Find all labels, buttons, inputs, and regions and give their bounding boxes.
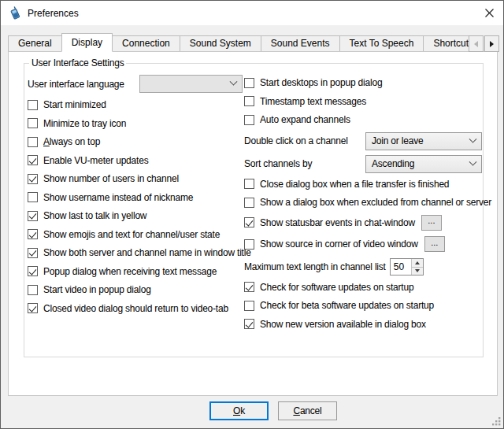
- checkbox-box[interactable]: [244, 217, 254, 227]
- double-click-label: Double click on a channel: [244, 135, 348, 146]
- checkbox-row-start-desktops-in-popup-dialog[interactable]: Start desktops in popup dialog: [244, 76, 482, 89]
- checkbox-label: Show new version available in dialog box: [260, 319, 426, 330]
- checkbox-label: Show a dialog box when excluded from cha…: [260, 197, 491, 208]
- checkbox-row-show-source-in-corner-of-video-window[interactable]: Show source in corner of video window ..…: [244, 236, 482, 252]
- window-title: Preferences: [28, 8, 79, 19]
- checkbox-row-show-a-dialog-box-when-excluded-from-channel-or-server[interactable]: Show a dialog box when excluded from cha…: [244, 196, 482, 209]
- tab-scroll-left-button[interactable]: [469, 35, 484, 52]
- checkbox-row-check-for-beta-software-updates-on-startup[interactable]: Check for beta software updates on start…: [244, 299, 482, 312]
- checkbox-row-close-dialog-box-when-a-file-transfer-is-finished[interactable]: Close dialog box when a file transfer is…: [244, 178, 482, 190]
- checkbox-row-show-both-server-and-channel-name-in-window-title[interactable]: Show both server and channel name in win…: [28, 246, 246, 259]
- checkbox-label: Always on top: [43, 136, 100, 147]
- chevron-right-icon: [490, 41, 494, 47]
- spinner-buttons: [411, 259, 423, 275]
- checkbox-row-popup-dialog-when-receiving-text-message[interactable]: Popup dialog when receiving text message: [28, 265, 246, 278]
- checkbox-box[interactable]: [244, 319, 254, 329]
- checkbox-label: Show both server and channel name in win…: [43, 247, 251, 258]
- tab-sound-events[interactable]: Sound Events: [261, 35, 340, 52]
- checkbox-row-check-for-software-updates-on-startup[interactable]: Check for software updates on startup: [244, 281, 482, 294]
- checkbox-row-timestamp-text-messages[interactable]: Timestamp text messages: [244, 95, 482, 108]
- checkbox-box[interactable]: [244, 282, 254, 292]
- sort-channels-row: Sort channels by Ascending: [244, 155, 482, 173]
- checkbox-label: Check for beta software updates on start…: [260, 300, 434, 311]
- checkbox-row-closed-video-dialog-should-return-to-video-tab[interactable]: Closed video dialog should return to vid…: [28, 302, 246, 315]
- double-click-combobox[interactable]: Join or leave: [365, 132, 482, 150]
- checkbox-row-start-video-in-popup-dialog[interactable]: Start video in popup dialog: [28, 283, 246, 296]
- checkbox-label: Show username instead of nickname: [43, 192, 193, 203]
- ok-button[interactable]: Ok: [209, 401, 269, 420]
- checkbox-row-minimize-to-tray-icon[interactable]: Minimize to tray icon: [28, 117, 246, 130]
- checkbox-label: Start desktops in popup dialog: [260, 77, 382, 88]
- checkbox-row-always-on-top[interactable]: Always on top: [28, 135, 246, 148]
- checkbox-box[interactable]: [244, 78, 254, 88]
- checkbox-box[interactable]: [244, 96, 254, 106]
- tab-general[interactable]: General: [8, 35, 62, 52]
- checkbox-row-show-new-version-available-in-dialog-box[interactable]: Show new version available in dialog box: [244, 318, 482, 331]
- arrow-up-icon: [415, 261, 420, 264]
- checkbox-box[interactable]: [28, 137, 38, 147]
- sort-channels-combobox[interactable]: Ascending: [365, 155, 482, 173]
- checkbox-box[interactable]: [244, 301, 254, 311]
- checkbox-box[interactable]: [28, 192, 38, 202]
- right-column: Start desktops in popup dialog Timestamp…: [244, 76, 482, 336]
- sort-channels-label: Sort channels by: [244, 158, 312, 169]
- checkbox-row-auto-expand-channels[interactable]: Auto expand channels: [244, 113, 482, 126]
- tab-scroll-right-button[interactable]: [484, 35, 499, 52]
- checkbox-label: Popup dialog when receiving text message: [43, 266, 217, 277]
- tab-text-to-speech[interactable]: Text To Speech: [339, 35, 424, 52]
- group-user-interface-settings: User Interface Settings User interface l…: [24, 63, 484, 357]
- tab-bar: General Display Connection Sound System …: [8, 33, 499, 52]
- checkbox-box[interactable]: [28, 100, 38, 110]
- cancel-button[interactable]: Cancel: [278, 401, 337, 420]
- close-button[interactable]: [475, 1, 503, 25]
- checkbox-box[interactable]: [244, 179, 254, 189]
- checkbox-label: Auto expand channels: [260, 114, 350, 125]
- checkbox-box[interactable]: [28, 266, 38, 276]
- checkbox-label: Show emojis and text for channel/user st…: [43, 229, 220, 240]
- checkbox-box[interactable]: [244, 115, 254, 125]
- checkbox-box[interactable]: [28, 174, 38, 184]
- titlebar: Preferences: [1, 1, 503, 25]
- checkbox-label: Enable VU-meter updates: [43, 155, 148, 166]
- user-interface-language-combobox[interactable]: [139, 75, 243, 93]
- checkbox-row-enable-vu-meter-updates[interactable]: Enable VU-meter updates: [28, 154, 246, 167]
- checkbox-box[interactable]: [28, 248, 38, 258]
- checkbox-label: Start video in popup dialog: [43, 284, 151, 295]
- checkbox-row-show-username-instead-of-nickname[interactable]: Show username instead of nickname: [28, 191, 246, 204]
- checkbox-label: Start minimized: [43, 99, 106, 110]
- checkbox-box[interactable]: [28, 229, 38, 239]
- checkbox-box[interactable]: [244, 239, 254, 250]
- checkbox-row-start-minimized[interactable]: Start minimized: [28, 98, 246, 111]
- left-column: User interface language Start minimized …: [28, 75, 246, 320]
- tab-sound-system[interactable]: Sound System: [180, 35, 261, 52]
- max-text-length-spinner[interactable]: 50: [390, 258, 424, 276]
- ellipsis-button[interactable]: ...: [424, 236, 445, 252]
- tab-shortcuts[interactable]: Shortcuts: [423, 35, 469, 52]
- tab-pane-display: User Interface Settings User interface l…: [8, 51, 498, 396]
- checkbox-row-show-emojis-and-text-for-channel-user-state[interactable]: Show emojis and text for channel/user st…: [28, 228, 246, 241]
- ellipsis-button[interactable]: ...: [421, 215, 442, 231]
- checkbox-box[interactable]: [28, 211, 38, 221]
- spin-up-button[interactable]: [412, 259, 423, 268]
- checkbox-box[interactable]: [28, 285, 38, 295]
- spin-down-button[interactable]: [412, 268, 423, 276]
- checkbox-box[interactable]: [28, 118, 38, 128]
- checkbox-box[interactable]: [28, 303, 38, 313]
- chevron-down-icon: [469, 135, 477, 142]
- checkbox-label: Show source in corner of video window: [260, 239, 418, 250]
- tab-connection[interactable]: Connection: [112, 35, 180, 52]
- resize-grip[interactable]: [491, 416, 501, 426]
- checkbox-label: Show number of users in channel: [43, 173, 179, 184]
- checkbox-box[interactable]: [28, 155, 38, 165]
- combobox-value: Ascending: [372, 158, 414, 169]
- combobox-value: Join or leave: [372, 135, 423, 146]
- checkbox-box[interactable]: [244, 198, 254, 208]
- checkbox-label: Check for software updates on startup: [260, 282, 413, 293]
- user-interface-language-label: User interface language: [28, 79, 139, 90]
- tab-display[interactable]: Display: [61, 33, 113, 52]
- checkbox-row-show-last-to-talk-in-yellow[interactable]: Show last to talk in yellow: [28, 209, 246, 222]
- checkbox-label: Show last to talk in yellow: [43, 210, 146, 221]
- checkbox-row-show-number-of-users-in-channel[interactable]: Show number of users in channel: [28, 172, 246, 185]
- preferences-dialog: Preferences General Display Connection S…: [0, 0, 504, 429]
- checkbox-row-show-statusbar-events-in-chat-window[interactable]: Show statusbar events in chat-window ...: [244, 215, 482, 231]
